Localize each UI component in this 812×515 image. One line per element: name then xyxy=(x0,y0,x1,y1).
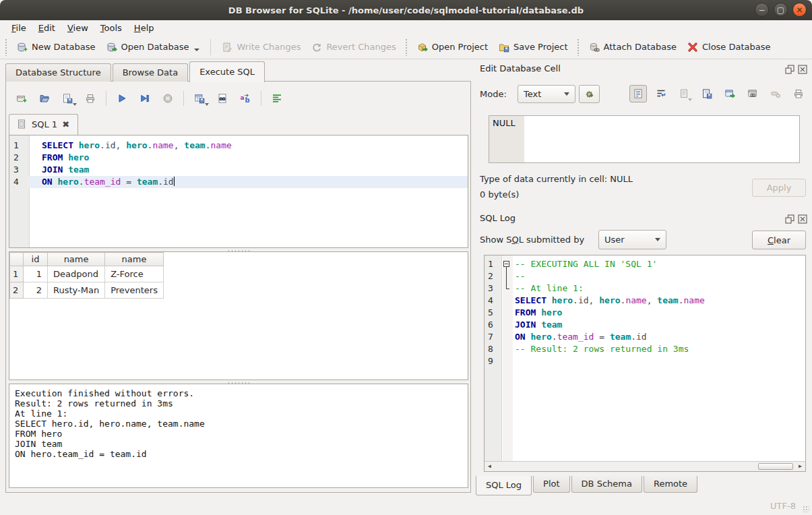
log-line[interactable]: 8-- Result: 2 rows returned in 3ms xyxy=(485,343,805,355)
chevron-down-icon[interactable] xyxy=(73,103,77,106)
title-bar[interactable]: DB Browser for SQLite - /home/user/code/… xyxy=(0,0,812,20)
menu-tools[interactable]: Tools xyxy=(94,22,128,34)
results-column-header[interactable]: name xyxy=(105,253,164,266)
close-button[interactable]: ✕ xyxy=(792,3,807,17)
log-line[interactable]: 6JOIN team xyxy=(485,319,805,331)
editor-line[interactable]: 3JOIN team xyxy=(9,164,468,176)
tab-execute-sql[interactable]: Execute SQL xyxy=(189,61,265,82)
tab-browse-data[interactable]: Browse Data xyxy=(113,63,189,82)
clear-log-button[interactable]: Clear xyxy=(752,231,806,249)
save-sql-file-button[interactable] xyxy=(57,90,77,107)
sql-editor[interactable]: 1SELECT hero.id, hero.name, team.name2FR… xyxy=(9,135,468,248)
minimize-button[interactable]: − xyxy=(755,3,769,17)
sql-doc-tab-label: SQL 1 xyxy=(32,119,57,129)
close-database-button[interactable]: Close Database xyxy=(682,38,776,56)
results-cell[interactable]: Rusty-Man xyxy=(48,282,105,299)
export-data-button[interactable] xyxy=(698,85,716,102)
new-database-button[interactable]: New Database xyxy=(11,38,101,56)
results-cell[interactable]: 1 xyxy=(24,266,48,282)
cell-mode-select[interactable]: Text xyxy=(518,85,575,103)
auto-complete-button[interactable]: ab xyxy=(235,90,255,107)
text-cursor xyxy=(174,177,175,186)
menu-view[interactable]: View xyxy=(61,22,94,34)
tab-database-structure[interactable]: Database Structure xyxy=(5,63,111,82)
open-in-external-button[interactable] xyxy=(721,85,739,102)
save-results-button[interactable] xyxy=(189,90,210,107)
results-grid[interactable]: idnamename11DeadpondZ-Force22Rusty-ManPr… xyxy=(9,251,468,380)
close-tab-icon[interactable]: ✖ xyxy=(62,119,69,129)
tab-remote[interactable]: Remote xyxy=(644,476,697,493)
menu-help[interactable]: Help xyxy=(128,22,160,34)
chevron-down-icon[interactable] xyxy=(194,49,199,51)
print-sql-button[interactable] xyxy=(80,90,100,107)
float-dock-icon[interactable] xyxy=(784,214,793,222)
word-wrap-button[interactable] xyxy=(652,85,670,102)
close-dock-icon[interactable] xyxy=(797,214,806,222)
log-horizontal-scrollbar[interactable]: ◀ ▶ xyxy=(485,461,805,471)
editor-line[interactable]: 1SELECT hero.id, hero.name, team.name xyxy=(9,140,468,152)
format-sql-button[interactable] xyxy=(267,90,287,107)
scroll-right-icon[interactable]: ▶ xyxy=(795,462,805,471)
log-line[interactable]: 2-- xyxy=(485,270,805,282)
text-view-button[interactable] xyxy=(629,85,647,102)
tab-sql-log[interactable]: SQL Log xyxy=(476,476,532,495)
code-token xyxy=(63,164,68,175)
execute-current-line-button[interactable] xyxy=(135,90,155,107)
chevron-down-icon[interactable] xyxy=(205,103,209,106)
log-line[interactable]: 5FROM hero xyxy=(485,307,805,319)
chevron-down-icon xyxy=(655,238,660,241)
sql-log-filter-select[interactable]: User xyxy=(598,230,666,249)
log-line[interactable]: 1-- EXECUTING ALL IN 'SQL 1' xyxy=(485,258,805,270)
float-dock-icon[interactable] xyxy=(784,64,793,73)
print-cell-button[interactable] xyxy=(790,85,807,102)
editor-line[interactable]: 4ON hero.team_id = team.id xyxy=(9,176,468,188)
auto-apply-button[interactable] xyxy=(579,85,600,103)
results-cell[interactable]: Preventers xyxy=(105,282,164,299)
apply-button[interactable]: Apply xyxy=(752,179,806,197)
results-column-header[interactable]: name xyxy=(48,253,105,266)
open-sql-file-button[interactable] xyxy=(34,90,55,107)
results-row-header[interactable]: 2 xyxy=(10,282,24,299)
attach-database-button[interactable]: Attach Database xyxy=(584,38,682,56)
results-row-header[interactable]: 1 xyxy=(10,266,24,282)
sql-doc-tab[interactable]: SQL 1 ✖ xyxy=(9,114,78,135)
menu-edit[interactable]: Edit xyxy=(32,22,61,34)
tab-db-schema[interactable]: DB Schema xyxy=(571,476,642,493)
fold-marker[interactable] xyxy=(502,258,512,270)
find-in-sql-button[interactable] xyxy=(212,90,232,107)
dock-tab-bar: SQL LogPlotDB SchemaRemote xyxy=(476,476,699,495)
results-column-header[interactable]: id xyxy=(24,253,48,266)
execution-message-area[interactable]: Execution finished without errors. Resul… xyxy=(9,384,468,488)
toolbar-button-label: Close Database xyxy=(702,42,771,52)
code-token: hero xyxy=(599,295,620,305)
maximize-button[interactable]: ▢ xyxy=(774,3,788,17)
execute-all-button[interactable] xyxy=(112,90,132,107)
copy-link-button[interactable] xyxy=(744,85,761,102)
table-row[interactable]: 11DeadpondZ-Force xyxy=(10,266,164,282)
toolbar-button-label: Open Database xyxy=(121,42,189,52)
save-project-button[interactable]: Save Project xyxy=(493,38,573,56)
cell-value-editor[interactable]: NULL xyxy=(489,115,800,163)
results-cell[interactable]: Deadpond xyxy=(48,266,105,282)
scrollbar-thumb[interactable] xyxy=(758,463,793,470)
editor-line[interactable]: 2FROM hero xyxy=(9,152,468,164)
tab-plot[interactable]: Plot xyxy=(533,476,570,493)
resize-grip[interactable] xyxy=(803,506,809,512)
log-line[interactable]: 3-- At line 1: xyxy=(485,282,805,295)
log-line[interactable]: 7ON hero.team_id = team.id xyxy=(485,331,805,343)
log-line[interactable]: 9 xyxy=(485,355,805,367)
results-corner-header[interactable] xyxy=(10,253,24,266)
scroll-left-icon[interactable]: ◀ xyxy=(485,462,495,471)
log-line-text: -- xyxy=(512,270,526,282)
log-line[interactable]: 4SELECT hero.id, hero.name, team.name xyxy=(485,295,805,307)
menu-file[interactable]: File xyxy=(5,22,32,34)
results-cell[interactable]: 2 xyxy=(24,282,48,299)
table-row[interactable]: 22Rusty-ManPreventers xyxy=(10,282,164,299)
results-cell[interactable]: Z-Force xyxy=(105,266,164,282)
open-new-tab-button[interactable] xyxy=(11,90,32,107)
open-database-button[interactable]: Open Database xyxy=(101,38,206,56)
open-project-button[interactable]: Open Project xyxy=(412,38,493,56)
sql-log-viewer[interactable]: 1-- EXECUTING ALL IN 'SQL 1'2--3-- At li… xyxy=(484,255,806,472)
close-dock-icon[interactable] xyxy=(797,64,806,73)
code-token: team_id xyxy=(84,177,121,187)
